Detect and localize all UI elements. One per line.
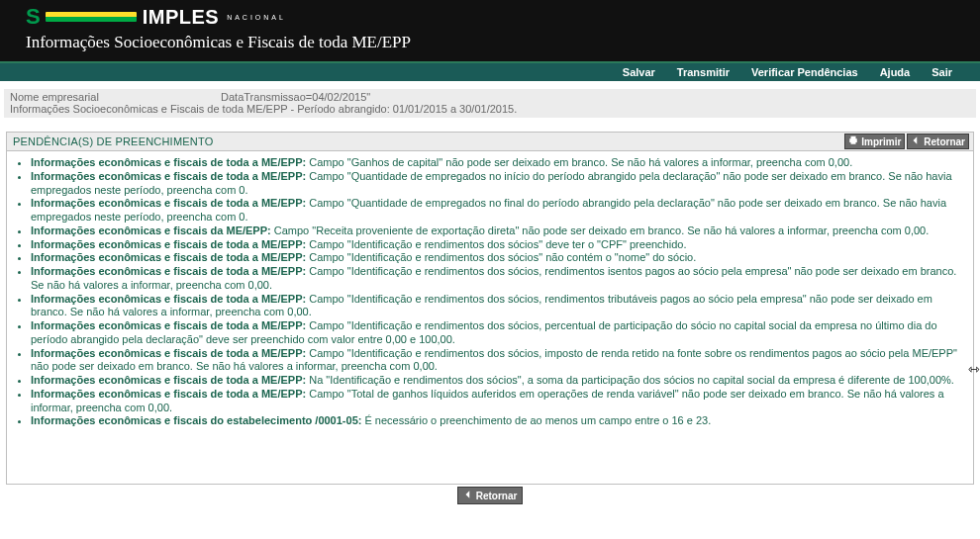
pendency-item: Informações econômicas e fiscais de toda…	[31, 265, 967, 293]
menu-verificar[interactable]: Verificar Pendências	[751, 66, 858, 78]
pendency-item: Informações econômicas e fiscais de toda…	[31, 388, 967, 415]
pendencies-list: Informações econômicas e fiscais de toda…	[13, 156, 967, 428]
pendency-item-text: Na "Identificação e rendimentos dos sóci…	[306, 374, 954, 386]
pendency-item-bold: Informações econômicas e fiscais de toda…	[31, 319, 306, 331]
back-label-top: Retornar	[924, 136, 965, 147]
menu-salvar[interactable]: Salvar	[623, 66, 655, 78]
panel-heading: PENDÊNCIA(S) DE PREENCHIMENTO	[13, 135, 213, 147]
pendency-item-bold: Informações econômicas e fiscais de toda…	[31, 251, 306, 263]
pendency-item: Informações econômicas e fiscais de toda…	[31, 170, 967, 198]
back-button-top[interactable]: Retornar	[907, 134, 969, 149]
print-label: Imprimir	[861, 136, 901, 147]
arrow-left-icon	[463, 490, 473, 501]
pendency-item: Informações econômicas e fiscais de toda…	[31, 197, 967, 225]
arrow-left-icon	[911, 135, 921, 147]
pendency-item: Informações econômicas e fiscais de toda…	[31, 319, 967, 347]
print-button[interactable]: Imprimir	[844, 134, 905, 149]
pendency-item-bold: Informações econômicas e fiscais de toda…	[31, 265, 306, 277]
back-label-bottom: Retornar	[476, 491, 518, 501]
pendency-item-bold: Informações econômicas e fiscais de toda…	[31, 238, 306, 250]
menu-transmitir[interactable]: Transmitir	[677, 66, 730, 78]
pendency-item: Informações econômicas e fiscais de toda…	[31, 347, 967, 375]
logo-word: IMPLES	[143, 6, 219, 29]
logo-tag: NACIONAL	[227, 14, 286, 21]
pendency-item-bold: Informações econômicas e fiscais da ME/E…	[31, 225, 271, 236]
pendency-item-bold: Informações econômicas e fiscais de toda…	[31, 293, 306, 305]
pendencies-list-container[interactable]: Informações econômicas e fiscais de toda…	[6, 150, 974, 485]
info-strip: Nome empresarial DataTransmissao=04/02/2…	[4, 89, 976, 118]
pendency-item-text: É necessário o preenchimento de ao menos…	[361, 414, 711, 426]
pendency-item: Informações econômicas e fiscais do esta…	[31, 414, 967, 428]
pendency-item: Informações econômicas e fiscais de toda…	[31, 293, 967, 320]
period-text: Informações Socioeconômicas e Fiscais de…	[10, 103, 970, 115]
pendency-item-bold: Informações econômicas e fiscais de toda…	[31, 156, 306, 168]
app-header: S IMPLES NACIONAL Informações Socioeconô…	[0, 0, 980, 63]
main-menu: Salvar Transmitir Verificar Pendências A…	[0, 63, 980, 81]
menu-sair[interactable]: Sair	[931, 66, 952, 78]
pendency-item-text: Campo "Identificação e rendimentos dos s…	[306, 251, 696, 263]
pendency-item-bold: Informações econômicas e fiscais de toda…	[31, 197, 306, 209]
page-title: Informações Socioeconômicas e Fiscais de…	[0, 30, 980, 61]
logo-flag-icon	[46, 12, 137, 22]
logo: S IMPLES NACIONAL	[0, 0, 980, 30]
printer-icon	[848, 135, 858, 147]
pendency-item: Informações econômicas e fiscais de toda…	[31, 374, 967, 388]
back-button-bottom[interactable]: Retornar	[457, 487, 524, 504]
pendency-item: Informações econômicas e fiscais de toda…	[31, 251, 967, 265]
company-name-label: Nome empresarial	[10, 91, 218, 103]
pendency-item-text: Campo "Identificação e rendimentos dos s…	[306, 238, 686, 250]
menu-ajuda[interactable]: Ajuda	[880, 66, 911, 78]
pendency-item: Informações econômicas e fiscais de toda…	[31, 238, 967, 252]
pendency-item-bold: Informações econômicas e fiscais de toda…	[31, 388, 306, 400]
pendency-item-text: Campo "Ganhos de capital" não pode ser d…	[306, 156, 852, 168]
pendencies-panel: PENDÊNCIA(S) DE PREENCHIMENTO Imprimir R…	[6, 132, 974, 504]
panel-header: PENDÊNCIA(S) DE PREENCHIMENTO Imprimir R…	[6, 132, 974, 150]
pendency-item-bold: Informações econômicas e fiscais de toda…	[31, 347, 306, 359]
pendency-item: Informações econômicas e fiscais de toda…	[31, 156, 967, 170]
pendency-item-text: Campo "Receita proveniente de exportação…	[271, 225, 930, 236]
pendency-item-bold: Informações econômicas e fiscais de toda…	[31, 170, 306, 182]
resize-handle-icon[interactable]: ⇿	[968, 361, 980, 377]
transmission-date: DataTransmissao=04/02/2015"	[221, 91, 370, 103]
pendency-item: Informações econômicas e fiscais da ME/E…	[31, 225, 967, 238]
logo-s-letter: S	[26, 4, 40, 30]
pendency-item-bold: Informações econômicas e fiscais do esta…	[31, 414, 361, 426]
pendency-item-bold: Informações econômicas e fiscais de toda…	[31, 374, 306, 386]
